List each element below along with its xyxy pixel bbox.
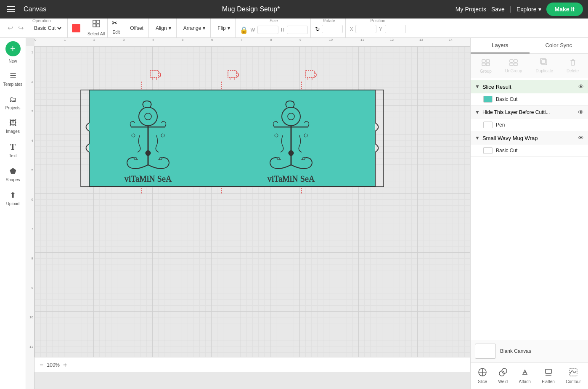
x-input[interactable] xyxy=(355,25,376,33)
hide-layer-visibility-button[interactable]: 👁 xyxy=(578,109,584,116)
attach-label: Attach xyxy=(519,379,531,384)
undo-button[interactable]: ↩ xyxy=(6,22,15,34)
width-input[interactable] xyxy=(257,26,278,34)
new-button[interactable]: + xyxy=(5,41,21,56)
layer-group-slice-result-header[interactable]: ▼ Slice Result 👁 xyxy=(471,80,588,93)
rotate-icon: ↻ xyxy=(315,26,320,32)
zoom-in-button[interactable]: + xyxy=(63,361,67,369)
svg-rect-8 xyxy=(228,71,236,77)
svg-rect-45 xyxy=(510,63,513,66)
svg-point-23 xyxy=(161,134,164,137)
group-icon xyxy=(482,58,490,68)
delete-button[interactable]: Delete xyxy=(563,56,582,75)
explore-chevron-icon: ▾ xyxy=(538,6,541,13)
group-button[interactable]: Group xyxy=(477,56,495,75)
sidebar-item-images[interactable]: 🖼 Images xyxy=(1,115,25,137)
offset-button[interactable]: Offset xyxy=(127,24,146,33)
menu-button[interactable] xyxy=(5,5,17,14)
layer-item-pen[interactable]: Pen xyxy=(471,119,588,131)
layer-item-basic-cut-1[interactable]: Basic Cut xyxy=(471,93,588,105)
arrange-section: Arrange ▾ xyxy=(178,19,211,37)
slice-label: Slice xyxy=(478,379,487,384)
slice-button[interactable]: Slice xyxy=(475,366,490,386)
upload-label: Upload xyxy=(6,201,20,206)
small-wavy-visibility-button[interactable]: 👁 xyxy=(578,135,584,141)
sidebar-item-text[interactable]: T Text xyxy=(1,139,25,161)
text-label: Text xyxy=(9,153,16,158)
edit-label: Edit xyxy=(113,30,120,34)
mug-indicators xyxy=(89,67,392,81)
select-all-icon xyxy=(92,19,101,28)
images-label: Images xyxy=(6,129,20,134)
height-input[interactable] xyxy=(287,26,308,34)
attach-button[interactable]: Attach xyxy=(516,366,533,386)
flatten-button[interactable]: Flatten xyxy=(539,366,557,386)
svg-rect-2 xyxy=(93,24,96,27)
scissors-icon: ✂ xyxy=(112,19,120,27)
y-input[interactable] xyxy=(385,25,406,33)
sidebar-item-projects[interactable]: 🗂 Projects xyxy=(1,92,25,114)
make-it-button[interactable]: Make It xyxy=(546,3,583,16)
svg-rect-51 xyxy=(571,61,575,65)
layer-item-basic-cut-2[interactable]: Basic Cut xyxy=(471,145,588,156)
top-bar: Canvas Mug Design Setup* My Projects Sav… xyxy=(0,0,588,19)
layer-group-small-wavy-mug-wrap-header[interactable]: ▼ Small Wavy Mug Wrap 👁 xyxy=(471,131,588,145)
redo-button[interactable]: ↪ xyxy=(16,22,25,34)
canvas-content[interactable]: viTaMiN SeA xyxy=(34,46,470,372)
duplicate-button[interactable]: Duplicate xyxy=(532,56,556,75)
zoom-out-button[interactable]: − xyxy=(40,361,43,369)
edit-pen-button[interactable] xyxy=(72,24,80,32)
action-buttons: Slice Weld xyxy=(471,362,588,389)
tab-color-sync[interactable]: Color Sync xyxy=(530,38,588,53)
projects-label: Projects xyxy=(5,106,20,110)
svg-point-33 xyxy=(277,157,280,160)
svg-point-24 xyxy=(134,157,137,160)
h-label: H xyxy=(281,27,284,32)
flip-button[interactable]: Flip ▾ xyxy=(215,24,232,33)
canvas-area[interactable]: 0 1 2 3 4 5 6 7 8 9 10 11 12 13 14 1 2 3 xyxy=(26,38,470,389)
weld-button[interactable]: Weld xyxy=(496,366,511,386)
w-label: W xyxy=(251,27,255,32)
undo-redo-section: ↩ ↪ xyxy=(3,19,28,37)
sidebar-item-shapes[interactable]: ⬟ Shapes xyxy=(1,163,25,185)
small-wavy-expand-icon: ▼ xyxy=(475,135,480,141)
offset-section: Offset xyxy=(125,19,149,37)
bottom-bar: − 100% + xyxy=(34,357,470,372)
upload-icon: ⬆ xyxy=(10,191,16,200)
svg-rect-40 xyxy=(486,60,490,62)
y-label: Y xyxy=(379,26,382,32)
right-panel: Layers Color Sync Group UnGroup xyxy=(470,38,588,389)
my-projects-button[interactable]: My Projects xyxy=(456,6,486,13)
select-all-button[interactable] xyxy=(91,19,101,30)
contour-button[interactable]: Contour xyxy=(563,366,583,386)
ungroup-button[interactable]: UnGroup xyxy=(502,56,526,75)
rotate-input[interactable] xyxy=(322,25,343,33)
layer-toolbar: Group UnGroup Duplicate Delete xyxy=(471,54,588,78)
svg-rect-44 xyxy=(514,60,517,62)
ruler-top: 0 1 2 3 4 5 6 7 8 9 10 11 12 13 14 xyxy=(34,38,470,46)
explore-button[interactable]: Explore ▾ xyxy=(516,6,541,13)
slice-result-visibility-button[interactable]: 👁 xyxy=(578,83,584,90)
align-button[interactable]: Align ▾ xyxy=(153,24,174,33)
operation-select[interactable]: Basic Cut xyxy=(32,25,63,32)
edit-button[interactable]: ✂ xyxy=(112,19,120,28)
flip-section: Flip ▾ xyxy=(212,19,235,37)
rotate-label: Rotate xyxy=(323,19,335,23)
arrange-button[interactable]: Arrange ▾ xyxy=(181,24,208,33)
save-button[interactable]: Save xyxy=(491,6,505,13)
group-label: Group xyxy=(480,69,492,74)
layer-group-hide-layer-header[interactable]: ▼ Hide This Layer Before Cutti... 👁 xyxy=(471,106,588,119)
tab-layers[interactable]: Layers xyxy=(471,38,530,53)
position-label: Position xyxy=(371,19,386,23)
operation-section: Operation Basic Cut xyxy=(30,19,68,37)
blank-canvas-label: Blank Canvas xyxy=(500,348,531,354)
duplicate-icon xyxy=(540,58,548,68)
delete-label: Delete xyxy=(567,69,579,73)
layers-content: ▼ Slice Result 👁 Basic Cut ▼ Hide This L… xyxy=(471,78,588,340)
svg-rect-17 xyxy=(89,90,375,187)
sidebar-item-templates[interactable]: ☰ Templates xyxy=(1,68,25,90)
sidebar-item-upload[interactable]: ⬆ Upload xyxy=(1,187,25,209)
hide-layer-name: Hide This Layer Before Cutti... xyxy=(482,109,575,115)
edit-pen-section xyxy=(69,19,83,37)
layer-group-small-wavy-mug-wrap: ▼ Small Wavy Mug Wrap 👁 Basic Cut xyxy=(471,131,588,157)
